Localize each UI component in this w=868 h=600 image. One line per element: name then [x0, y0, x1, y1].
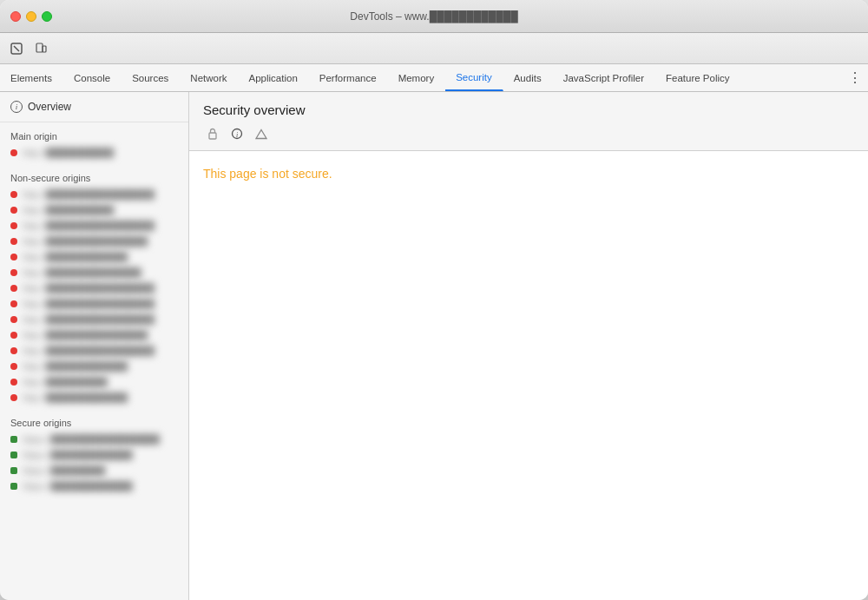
non-secure-url-7: http://████████████████ — [23, 299, 155, 309]
list-item[interactable]: http://████████████ — [0, 359, 188, 374]
insecure-dot-icon — [10, 238, 17, 245]
list-item[interactable]: http://█████████ — [0, 374, 188, 390]
list-item[interactable]: http://████████████████ — [0, 218, 188, 234]
insecure-dot-icon — [10, 207, 17, 214]
overview-info-icon: i — [10, 101, 23, 113]
secure-url-1: https://████████████ — [23, 450, 133, 460]
list-item[interactable]: https://████████████ — [0, 478, 188, 494]
cursor-icon — [10, 43, 23, 55]
tab-audits[interactable]: Audits — [503, 64, 553, 91]
list-item[interactable]: http://███████████████ — [0, 327, 188, 343]
warning-icon-button[interactable] — [252, 124, 271, 143]
titlebar: DevTools – www.████████████ — [0, 0, 868, 33]
list-item[interactable]: http://████████████████ — [0, 312, 188, 327]
insecure-dot-icon — [10, 254, 17, 260]
tab-sources[interactable]: Sources — [122, 64, 180, 91]
secure-dot-icon — [10, 452, 17, 458]
list-item[interactable]: http://████████████ — [0, 390, 188, 405]
svg-line-1 — [14, 46, 19, 51]
list-item[interactable]: http://███████████████ — [0, 234, 188, 249]
main-origin-url: http://██████████ — [23, 148, 114, 158]
secure-url-2: https://████████ — [23, 465, 105, 476]
devtools-window: DevTools – www.████████████ Elements Con… — [0, 0, 868, 600]
lock-icon-button[interactable] — [203, 124, 222, 143]
non-secure-url-8: http://████████████████ — [23, 314, 155, 325]
list-item[interactable]: https://████████████ — [0, 447, 188, 463]
lock-icon — [207, 128, 218, 140]
insecure-dot-icon — [10, 363, 17, 370]
message-area: This page is not secure. — [189, 151, 868, 600]
list-item[interactable]: http://██████████████ — [0, 265, 188, 280]
insecure-dot-icon — [10, 394, 17, 401]
tab-memory[interactable]: Memory — [388, 64, 446, 91]
non-secure-url-0: http://████████████████ — [23, 189, 155, 200]
svg-rect-4 — [209, 133, 216, 139]
non-secure-title: Non-secure origins — [0, 171, 188, 187]
insecure-dot-icon — [10, 332, 17, 339]
device-toggle-button[interactable] — [30, 37, 52, 60]
main-origin-title: Main origin — [0, 129, 188, 145]
main-area: i Overview Main origin http://██████████… — [0, 92, 868, 600]
tab-console[interactable]: Console — [63, 64, 122, 91]
secure-origins-title: Secure origins — [0, 416, 188, 432]
minimize-button[interactable] — [26, 11, 36, 22]
content-title: Security overview — [203, 102, 854, 117]
insecure-dot-icon — [10, 300, 17, 307]
non-secure-url-2: http://████████████████ — [23, 221, 155, 231]
traffic-lights — [10, 11, 52, 22]
list-item[interactable]: http://██████████ — [0, 202, 188, 218]
info-icon-button[interactable]: i — [227, 124, 247, 143]
tab-network[interactable]: Network — [180, 64, 238, 91]
triangle-warning-icon — [255, 129, 267, 140]
close-button[interactable] — [10, 11, 21, 22]
list-item[interactable]: http://████████████████ — [0, 280, 188, 296]
tab-application[interactable]: Application — [239, 64, 309, 91]
list-item[interactable]: https://████████ — [0, 463, 188, 478]
info-circle-icon: i — [231, 128, 243, 140]
tab-performance[interactable]: Performance — [309, 64, 388, 91]
insecure-dot-icon — [10, 149, 17, 156]
non-secure-origins-section: Non-secure origins http://██████████████… — [0, 164, 188, 409]
non-secure-url-6: http://████████████████ — [23, 283, 155, 293]
maximize-button[interactable] — [42, 11, 52, 22]
non-secure-url-4: http://████████████ — [23, 252, 128, 262]
not-secure-message: This page is not secure. — [203, 167, 332, 181]
list-item[interactable]: http://██████████ — [0, 145, 188, 161]
tab-feature-policy[interactable]: Feature Policy — [655, 64, 741, 91]
list-item[interactable]: http://████████████████ — [0, 296, 188, 312]
list-item[interactable]: http://████████████ — [0, 249, 188, 265]
insecure-dot-icon — [10, 316, 17, 323]
insecure-dot-icon — [10, 285, 17, 292]
content-panel: Security overview i — [189, 92, 868, 600]
tabbar: Elements Console Sources Network Applica… — [0, 64, 868, 92]
non-secure-url-5: http://██████████████ — [23, 267, 141, 278]
tab-js-profiler[interactable]: JavaScript Profiler — [553, 64, 655, 91]
list-item[interactable]: http://████████████████ — [0, 343, 188, 359]
window-title: DevTools – www.████████████ — [350, 10, 517, 23]
non-secure-url-1: http://██████████ — [23, 205, 114, 215]
inspect-element-button[interactable] — [5, 37, 28, 60]
main-origin-section: Main origin http://██████████ — [0, 122, 188, 164]
non-secure-url-13: http://████████████ — [23, 392, 128, 403]
tab-elements[interactable]: Elements — [0, 64, 63, 91]
insecure-dot-icon — [10, 269, 17, 276]
toolbar — [0, 33, 868, 64]
insecure-dot-icon — [10, 191, 17, 198]
non-secure-url-3: http://███████████████ — [23, 236, 148, 247]
insecure-dot-icon — [10, 379, 17, 386]
non-secure-url-9: http://███████████████ — [23, 330, 148, 340]
tab-security[interactable]: Security — [445, 64, 503, 91]
sidebar-overview-label: Overview — [28, 101, 71, 113]
sidebar: i Overview Main origin http://██████████… — [0, 92, 189, 600]
non-secure-url-12: http://█████████ — [23, 377, 108, 387]
svg-rect-3 — [43, 46, 46, 52]
list-item[interactable]: http://████████████████ — [0, 187, 188, 202]
non-secure-url-11: http://████████████ — [23, 361, 128, 372]
svg-text:i: i — [236, 131, 238, 139]
secure-dot-icon — [10, 467, 17, 474]
sidebar-overview-item[interactable]: i Overview — [0, 92, 188, 122]
non-secure-url-10: http://████████████████ — [23, 346, 155, 356]
device-icon — [35, 43, 47, 55]
more-tabs-button[interactable]: ⋮ — [842, 64, 868, 91]
list-item[interactable]: https://████████████████ — [0, 432, 188, 447]
